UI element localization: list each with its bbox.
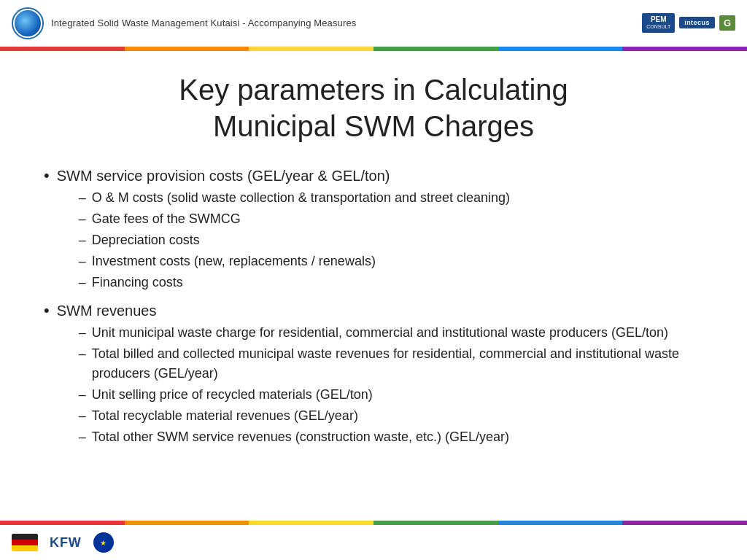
content-list: • SWM service provision costs (GEL/year … — [44, 165, 703, 450]
flag-gold — [12, 545, 38, 551]
eu-logo: ★ — [93, 532, 114, 553]
header-left: Integrated Solid Waste Management Kutais… — [12, 7, 356, 39]
header-logo — [12, 7, 44, 39]
bullet-dot-2: • — [44, 300, 50, 322]
sub-text-1-4: Investment costs (new, replacements / re… — [92, 252, 376, 271]
sub-item-2-2: – Total billed and collected municipal w… — [79, 344, 703, 384]
german-flag — [12, 534, 38, 551]
flag-black — [12, 534, 38, 540]
dash-2-1: – — [79, 323, 86, 343]
sub-text-1-5: Financing costs — [92, 273, 183, 292]
main-content: Key parameters in Calculating Municipal … — [0, 51, 747, 462]
dash-2-4: – — [79, 406, 86, 426]
dash-1-4: – — [79, 252, 86, 271]
sub-text-2-5: Total other SWM service revenues (constr… — [92, 427, 509, 447]
cg-logo: G — [719, 15, 735, 31]
sub-text-1-1: O & M costs (solid waste collection & tr… — [92, 188, 510, 208]
dash-2-5: – — [79, 427, 86, 447]
dash-1-5: – — [79, 273, 86, 292]
dash-1-1: – — [79, 188, 86, 208]
sub-item-1-4: – Investment costs (new, replacements / … — [79, 252, 510, 271]
sub-item-1-5: – Financing costs — [79, 273, 510, 292]
bullet-dot-1: • — [44, 165, 50, 187]
header: Integrated Solid Waste Management Kutais… — [0, 0, 747, 47]
sub-item-2-4: – Total recyclable material revenues (GE… — [79, 406, 703, 426]
sub-text-2-4: Total recyclable material revenues (GEL/… — [92, 406, 358, 426]
sub-list-2: – Unit municipal waste charge for reside… — [79, 323, 703, 447]
sub-item-2-5: – Total other SWM service revenues (cons… — [79, 427, 703, 447]
sub-item-1-1: – O & M costs (solid waste collection & … — [79, 188, 510, 208]
bullet-text-2: SWM revenues — [57, 303, 157, 319]
bullet-item-2: • SWM revenues – Unit municipal waste ch… — [44, 300, 703, 450]
dash-1-3: – — [79, 230, 86, 250]
top-rainbow-bar — [0, 47, 747, 51]
footer-logos: KFW ★ — [0, 525, 747, 560]
intecus-logo: intecus — [679, 17, 715, 28]
pem-logo: PEMCONSULT — [642, 13, 675, 32]
sub-item-2-1: – Unit municipal waste charge for reside… — [79, 323, 703, 343]
bullet-text-1: SWM service provision costs (GEL/year & … — [57, 168, 390, 184]
bullet-item-1: • SWM service provision costs (GEL/year … — [44, 165, 703, 295]
sub-text-1-2: Gate fees of the SWMCG — [92, 209, 241, 229]
sub-list-1: – O & M costs (solid waste collection & … — [79, 188, 510, 292]
slide-title: Key parameters in Calculating Municipal … — [44, 71, 703, 144]
sub-text-2-3: Unit selling price of recycled materials… — [92, 385, 373, 405]
sub-item-1-2: – Gate fees of the SWMCG — [79, 209, 510, 229]
footer: KFW ★ — [0, 521, 747, 560]
dash-1-2: – — [79, 209, 86, 229]
logo-inner — [15, 10, 41, 36]
sub-text-2-1: Unit municipal waste charge for resident… — [92, 323, 668, 343]
sub-text-1-3: Depreciation costs — [92, 230, 200, 250]
footer-rainbow-bar — [0, 521, 747, 525]
header-title: Integrated Solid Waste Management Kutais… — [51, 18, 356, 28]
header-right: PEMCONSULT intecus G — [642, 13, 735, 32]
sub-item-1-3: – Depreciation costs — [79, 230, 510, 250]
kfw-logo: KFW — [50, 535, 82, 551]
flag-red — [12, 540, 38, 545]
sub-text-2-2: Total billed and collected municipal was… — [92, 344, 703, 384]
sub-item-2-3: – Unit selling price of recycled materia… — [79, 385, 703, 405]
dash-2-2: – — [79, 344, 86, 364]
dash-2-3: – — [79, 385, 86, 405]
